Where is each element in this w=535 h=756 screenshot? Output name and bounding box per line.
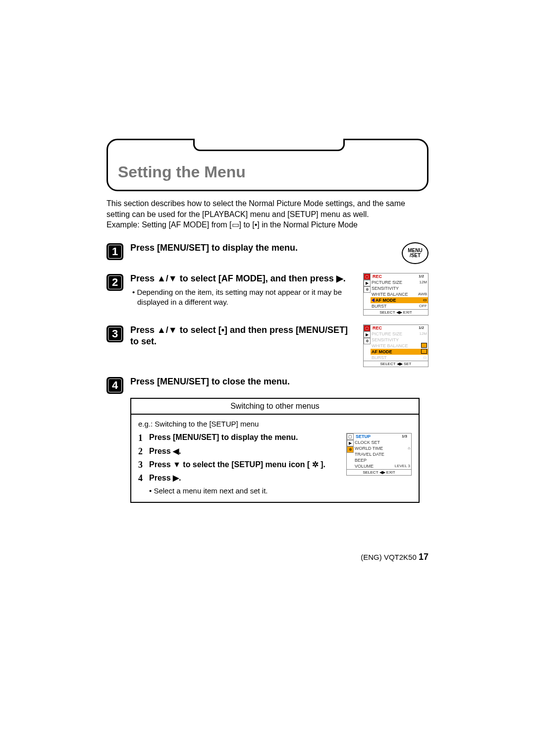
sw-t4: Press ▶. xyxy=(149,473,181,483)
footer-code: (ENG) VQT2K50 xyxy=(361,553,417,561)
sw-n1: 1 xyxy=(138,433,149,443)
step-2-sub: • Depending on the item, its setting may… xyxy=(130,287,354,307)
step-1: 1 Press [MENU/SET] to display the menu. … xyxy=(107,242,428,264)
step-number-3: 3 xyxy=(107,325,123,342)
switching-title: Switching to other menus xyxy=(131,399,419,415)
step-4: 4 Press [MENU/SET] to close the menu. xyxy=(107,376,428,394)
screen-rec-b: ▢▶✲REC1/2PICTURE SIZE12MSENSITIVITYWHITE… xyxy=(363,324,428,367)
sw-n3: 3 xyxy=(138,460,149,470)
step-number-2: 2 xyxy=(107,274,123,291)
sw-t2: Press ◀. xyxy=(149,446,181,456)
step-1-heading: Press [MENU/SET] to display the menu. xyxy=(130,242,354,254)
switching-note: • Select a menu item next and set it. xyxy=(149,486,342,495)
title-tab xyxy=(193,139,345,151)
step-3-heading: Press ▲/▼ to select [•] and then press [… xyxy=(130,324,354,348)
sw-n2: 2 xyxy=(138,446,149,457)
step-3: 3 Press ▲/▼ to select [•] and then press… xyxy=(107,324,428,367)
section-title-frame: Setting the Menu xyxy=(107,139,428,191)
intro-line1: This section describes how to select the… xyxy=(107,199,405,218)
menuset-bottom: /SET xyxy=(410,253,421,258)
step-4-heading: Press [MENU/SET] to close the menu. xyxy=(130,376,428,387)
sw-t3: Press ▼ to select the [SETUP] menu icon … xyxy=(149,460,325,469)
section-title: Setting the Menu xyxy=(118,163,417,181)
menu-set-button-icon: MENU /SET xyxy=(402,242,428,264)
sw-t1: Press [MENU/SET] to display the menu. xyxy=(149,433,298,442)
switching-steps: 1Press [MENU/SET] to display the menu. 2… xyxy=(138,433,342,495)
step-number-4: 4 xyxy=(107,377,123,394)
step-2-heading: Press ▲/▼ to select [AF MODE], and then … xyxy=(130,273,354,284)
step-number-1: 1 xyxy=(107,243,123,260)
page-footer: (ENG) VQT2K50 17 xyxy=(361,552,428,562)
screen-rec-a: ▢▶✲REC1/2PICTURE SIZE12MSENSITIVITYWHITE… xyxy=(363,273,428,316)
switching-example: e.g.: Switching to the [SETUP] menu xyxy=(138,420,412,428)
intro-line2: Example: Setting [AF MODE] from [▭] to [… xyxy=(107,220,358,229)
switching-menus-box: Switching to other menus e.g.: Switching… xyxy=(130,398,420,503)
screen-setup: ▢▶✲SETUP1/3CLOCK SETWORLD TIME⌂TRAVEL DA… xyxy=(346,433,412,476)
footer-page-number: 17 xyxy=(419,552,428,562)
intro-text: This section describes how to select the… xyxy=(107,198,428,230)
sw-n4: 4 xyxy=(138,473,149,484)
step-2: 2 Press ▲/▼ to select [AF MODE], and the… xyxy=(107,273,428,316)
